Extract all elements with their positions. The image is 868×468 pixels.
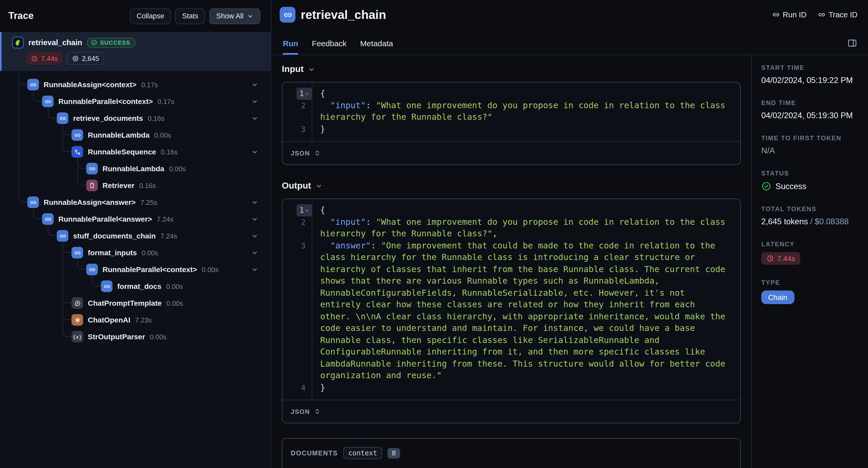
chevron-down-icon[interactable]	[251, 148, 258, 155]
tree-item-format-docs[interactable]: format_docs 0.00s	[0, 278, 271, 295]
tree-item-retrieve-documents[interactable]: retrieve_documents 0.16s	[0, 110, 271, 127]
input-section-header[interactable]: Input	[282, 64, 741, 75]
show-all-dropdown[interactable]: Show All	[209, 8, 260, 24]
link-icon	[772, 11, 780, 19]
output-format-footer: JSON	[282, 400, 740, 423]
tree-item-retrieval-chain-selected[interactable]: retrieval_chain SUCCESS 7.44s 2,645	[0, 32, 271, 71]
chevron-down-icon[interactable]	[251, 81, 258, 88]
format-switch-icon[interactable]	[314, 150, 320, 157]
tree-item-label: format_inputs	[88, 248, 137, 257]
chevron-down-icon[interactable]	[251, 199, 258, 206]
tree-item-duration: 0.17s	[141, 80, 158, 89]
tree-item-duration: 0.16s	[148, 114, 164, 122]
chevron-down-icon[interactable]	[251, 98, 258, 105]
tree-item-label: ChatOpenAI	[88, 316, 130, 324]
tab-run[interactable]: Run	[283, 39, 298, 55]
chevron-down-icon[interactable]	[251, 249, 258, 256]
run-id-label: Run ID	[783, 10, 806, 19]
latency-badge: 7.44s	[26, 52, 63, 65]
tree-item-stuff-documents-chain[interactable]: stuff_documents_chain 7.24s	[0, 227, 271, 244]
output-code-block: 1 { 2 "input": "What one improvement do …	[282, 199, 741, 423]
chain-icon	[101, 280, 113, 292]
tree-item-runnable-assign-context[interactable]: RunnableAssign<context> 0.17s	[0, 76, 271, 93]
tree-item-runnable-sequence[interactable]: RunnableSequence 0.16s	[0, 143, 271, 160]
chain-icon	[42, 213, 54, 225]
collapse-line-icon[interactable]	[304, 91, 310, 97]
code-line: 1 {	[282, 88, 740, 100]
input-code-area: 1 { 2 "input": "What one improvement do …	[282, 82, 740, 141]
line-number: 1	[300, 204, 304, 216]
chevron-down-icon[interactable]	[251, 215, 258, 223]
run-header: retrieval_chain Run ID Trace ID Run Feed…	[271, 0, 868, 55]
code-text: }	[312, 123, 740, 135]
code-text: "answer": "One improvement that could be…	[312, 240, 740, 381]
tree-item-duration: 7.25s	[141, 198, 157, 206]
tree-item-chat-openai[interactable]: ChatOpenAI 7.23s	[0, 311, 271, 328]
tree-item-duration: 0.00s	[166, 282, 183, 290]
line-number: 3	[301, 240, 306, 252]
ttft-label: TIME TO FIRST TOKEN	[761, 134, 861, 142]
tree-item-runnable-parallel-context-2[interactable]: RunnableParallel<context> 0.00s	[0, 261, 271, 278]
chevron-down-icon	[247, 13, 253, 19]
format-switch-icon[interactable]	[314, 408, 320, 415]
trace-toolbar: Collapse Stats Show All	[130, 8, 260, 24]
collapse-line-icon[interactable]	[304, 208, 310, 213]
tree-item-str-output-parser[interactable]: {x} StrOutputParser 0.00s	[0, 328, 271, 345]
documents-panel: DOCUMENTS context 8 For example, .. code…	[282, 438, 741, 468]
code-text: {	[312, 88, 740, 100]
status-value: Success	[775, 181, 806, 191]
chevron-down-icon[interactable]	[251, 266, 258, 273]
latency-value: 7.44s	[777, 254, 795, 263]
clock-icon	[31, 55, 38, 62]
tree-item-runnable-assign-answer[interactable]: RunnableAssign<answer> 7.25s	[0, 194, 271, 211]
gutter: 4	[282, 381, 312, 393]
gutter: 2	[282, 100, 312, 123]
end-time-label: END TIME	[761, 99, 861, 107]
chat-prompt-icon	[71, 297, 83, 309]
tree-item-runnable-lambda[interactable]: RunnableLambda 0.00s	[0, 127, 271, 143]
tree-item-format-inputs[interactable]: format_inputs 0.00s	[0, 244, 271, 261]
clock-icon	[767, 255, 774, 262]
run-detail-scroll[interactable]: Input 1 { 2 "input": "What one improveme…	[271, 55, 751, 468]
tree-item-runnable-parallel-answer[interactable]: RunnableParallel<answer> 7.24s	[0, 211, 271, 227]
collapse-button[interactable]: Collapse	[130, 8, 171, 24]
tree-item-duration: 0.00s	[142, 249, 158, 257]
tree-item-chat-prompt-template[interactable]: ChatPromptTemplate 0.00s	[0, 295, 271, 311]
tree-item-label: RunnableLambda	[88, 131, 150, 139]
tab-bar: Run Feedback Metadata	[283, 39, 393, 55]
output-section-title: Output	[282, 181, 311, 191]
openai-icon	[71, 314, 83, 326]
input-format-footer: JSON	[282, 141, 740, 164]
trace-id-button[interactable]: Trace ID	[818, 10, 858, 19]
chevron-down-icon[interactable]	[251, 232, 258, 239]
line-number: 2	[301, 216, 306, 228]
tree-item-duration: 0.00s	[154, 131, 171, 139]
chevron-down-icon[interactable]	[251, 115, 258, 122]
code-text: }	[312, 381, 740, 393]
tree-item-runnable-parallel-context[interactable]: RunnableParallel<context> 0.17s	[0, 93, 271, 110]
latency-badge-value: 7.44s	[41, 54, 58, 62]
run-id-button[interactable]: Run ID	[772, 10, 806, 19]
tab-feedback[interactable]: Feedback	[312, 39, 346, 55]
run-details-sidebar: START TIME 04/02/2024, 05:19:22 PM END T…	[751, 55, 868, 468]
tree-item-label: RunnableAssign<context>	[44, 80, 136, 89]
tree-item-label: StrOutputParser	[88, 333, 145, 341]
tree-item-duration: 0.16s	[139, 181, 156, 189]
stats-button[interactable]: Stats	[175, 8, 205, 24]
end-time-group: END TIME 04/02/2024, 05:19:30 PM	[761, 99, 861, 120]
status-label: STATUS	[761, 170, 861, 177]
format-label: JSON	[291, 408, 310, 415]
output-code-area: 1 { 2 "input": "What one improvement do …	[282, 199, 740, 400]
type-group: TYPE Chain	[761, 279, 861, 304]
output-section-header[interactable]: Output	[282, 181, 741, 191]
tree-item-retriever[interactable]: Retriever 0.16s	[0, 177, 271, 194]
total-tokens-value: 2,645 tokens / $0.08388	[761, 217, 861, 226]
langsmith-trace-view: Trace Collapse Stats Show All	[0, 0, 868, 468]
tab-metadata[interactable]: Metadata	[360, 39, 393, 55]
gutter: 1	[282, 88, 312, 100]
code-text: {	[312, 204, 740, 216]
collapse-panel-icon[interactable]	[847, 38, 858, 48]
status-group: STATUS Success	[761, 170, 861, 191]
tree-item-runnable-lambda-2[interactable]: RunnableLambda 0.00s	[0, 160, 271, 177]
chain-icon	[71, 247, 83, 259]
